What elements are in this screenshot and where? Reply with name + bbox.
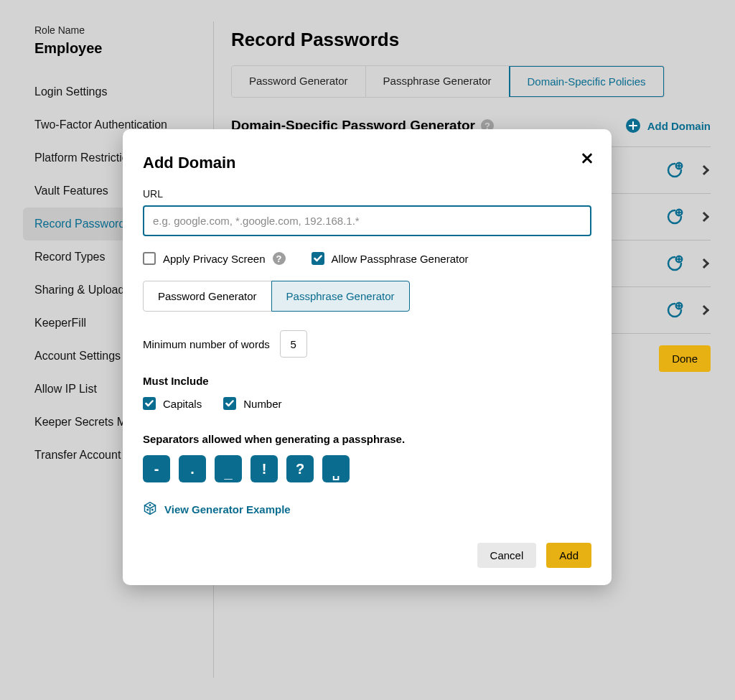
tab-modal-passphrase-generator[interactable]: Passphrase Generator (271, 281, 410, 312)
chevron-right-icon (699, 212, 709, 222)
capitals-label: Capitals (163, 398, 202, 410)
separators-label: Separators allowed when generating a pas… (143, 433, 591, 445)
checkbox-checked-icon (312, 252, 324, 265)
min-words-input[interactable] (280, 330, 307, 358)
tab-modal-password-generator[interactable]: Password Generator (144, 281, 272, 311)
add-button[interactable]: Add (546, 543, 591, 568)
must-include-label: Must Include (143, 375, 591, 387)
checkbox-checked-icon (143, 397, 156, 410)
tab-password-generator[interactable]: Password Generator (232, 66, 366, 97)
override-icon[interactable] (666, 255, 683, 272)
svg-point-5 (152, 509, 154, 510)
cancel-button[interactable]: Cancel (477, 543, 537, 568)
override-icon[interactable] (666, 208, 683, 225)
allow-passphrase-label: Allow Passphrase Generator (332, 253, 469, 265)
chevron-right-icon (699, 165, 709, 175)
capitals-checkbox[interactable]: Capitals (143, 397, 202, 410)
help-icon[interactable]: ? (273, 252, 286, 265)
separator-question[interactable]: ? (286, 455, 314, 482)
url-label: URL (143, 188, 591, 200)
svg-point-6 (149, 505, 151, 506)
modal-title: Add Domain (143, 154, 591, 172)
record-password-tabs: Password Generator Passphrase Generator … (231, 65, 665, 98)
view-generator-example-link[interactable]: View Generator Example (143, 501, 291, 518)
chevron-right-icon (699, 258, 709, 269)
tab-domain-specific-policies[interactable]: Domain-Specific Policies (509, 65, 665, 98)
chevron-right-icon (699, 305, 709, 315)
sidebar-item-login-settings[interactable]: Login Settings (23, 75, 202, 108)
dice-icon (143, 501, 157, 518)
number-checkbox[interactable]: Number (223, 397, 281, 410)
override-icon[interactable] (666, 302, 683, 319)
separator-dash[interactable]: - (143, 455, 170, 482)
checkbox-unchecked-icon (143, 252, 156, 265)
number-label: Number (243, 398, 281, 410)
generator-tabs: Password Generator Passphrase Generator (143, 281, 410, 312)
min-words-label: Minimum number of words (143, 338, 270, 350)
override-icon[interactable] (666, 162, 683, 179)
done-button[interactable]: Done (659, 345, 711, 372)
plus-icon (626, 118, 640, 133)
separator-exclaim[interactable]: ! (251, 455, 278, 482)
page-title: Record Passwords (231, 29, 711, 51)
close-icon[interactable] (579, 149, 596, 167)
checkbox-checked-icon (223, 397, 236, 410)
allow-passphrase-checkbox[interactable]: Allow Passphrase Generator (312, 252, 469, 265)
separator-space[interactable]: ␣ (322, 455, 350, 482)
separator-period[interactable]: . (179, 455, 206, 482)
tab-passphrase-generator[interactable]: Passphrase Generator (366, 66, 510, 97)
apply-privacy-screen-checkbox[interactable]: Apply Privacy Screen ? (143, 252, 286, 265)
apply-privacy-screen-label: Apply Privacy Screen (163, 253, 266, 265)
add-domain-modal: Add Domain URL Apply Privacy Screen ? Al… (123, 129, 612, 585)
svg-point-4 (147, 509, 149, 510)
add-domain-button[interactable]: Add Domain (626, 118, 711, 133)
add-domain-label: Add Domain (647, 120, 711, 132)
separator-underscore[interactable]: _ (215, 455, 242, 482)
view-generator-example-label: View Generator Example (164, 503, 291, 515)
role-name-value: Employee (34, 40, 213, 57)
role-name-label: Role Name (34, 24, 213, 36)
url-input[interactable] (143, 205, 591, 236)
